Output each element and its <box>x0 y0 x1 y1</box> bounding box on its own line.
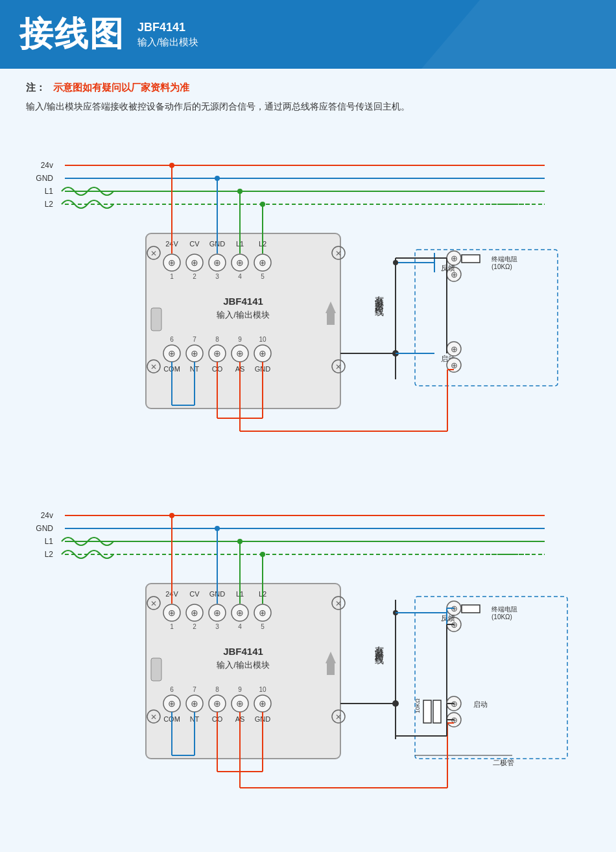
svg-point-186 <box>260 552 265 557</box>
svg-text:二极管: 二极管 <box>493 759 514 766</box>
svg-rect-219 <box>433 700 441 723</box>
svg-text:5: 5 <box>261 623 265 630</box>
svg-text:1: 1 <box>170 273 174 280</box>
svg-text:24v: 24v <box>41 161 53 170</box>
svg-text:GND: GND <box>36 174 53 183</box>
svg-text:有源输出不检线: 有源输出不检线 <box>374 289 385 316</box>
svg-rect-198 <box>415 597 567 759</box>
svg-text:9: 9 <box>238 336 242 343</box>
svg-text:L2: L2 <box>45 550 54 559</box>
svg-text:终端电阻: 终端电阻 <box>492 606 517 613</box>
svg-text:⊕: ⊕ <box>259 698 267 709</box>
page-title: 接线图 <box>19 12 124 57</box>
svg-text:⊕: ⊕ <box>213 348 221 359</box>
svg-text:⊕: ⊕ <box>213 608 221 618</box>
svg-rect-201 <box>462 605 480 613</box>
svg-text:⊕: ⊕ <box>191 698 198 709</box>
svg-text:10KΩ: 10KΩ <box>414 698 421 713</box>
svg-text:10: 10 <box>259 686 267 693</box>
svg-text:⊕: ⊕ <box>236 348 244 359</box>
svg-text:JBF4141: JBF4141 <box>223 646 263 657</box>
svg-text:输入/输出模块: 输入/输出模块 <box>217 310 270 320</box>
svg-text:⊕: ⊕ <box>168 698 176 709</box>
svg-text:⊕: ⊕ <box>168 608 176 618</box>
svg-text:✕: ✕ <box>335 362 342 372</box>
diagram2-svg: 24v GND L1 L2 24V CV GND L1 L2 ⊕ ⊕ <box>26 483 590 833</box>
svg-text:反馈: 反馈 <box>441 614 455 622</box>
svg-text:✕: ✕ <box>335 249 342 258</box>
svg-text:⊕: ⊕ <box>191 348 198 359</box>
svg-text:⊕: ⊕ <box>236 698 244 709</box>
svg-point-112 <box>393 260 398 265</box>
diagram2-container: 24v GND L1 L2 24V CV GND L1 L2 ⊕ ⊕ <box>26 477 590 840</box>
note-text: 示意图如有疑问以厂家资料为准 <box>53 82 189 93</box>
svg-text:(10KΩ): (10KΩ) <box>492 263 512 270</box>
svg-text:2: 2 <box>193 623 196 630</box>
svg-text:✕: ✕ <box>335 713 342 722</box>
svg-point-67 <box>169 163 174 168</box>
svg-text:6: 6 <box>170 686 174 693</box>
svg-text:⊕: ⊕ <box>259 257 267 268</box>
svg-rect-92 <box>462 255 480 263</box>
svg-point-72 <box>237 189 243 194</box>
svg-text:有源输出检线: 有源输出检线 <box>374 639 385 665</box>
svg-text:10: 10 <box>259 336 267 343</box>
svg-rect-152 <box>151 658 161 681</box>
svg-rect-154 <box>327 663 335 675</box>
svg-text:7: 7 <box>193 336 196 343</box>
svg-text:L2: L2 <box>45 200 54 209</box>
svg-text:⊕: ⊕ <box>451 254 458 263</box>
svg-text:2: 2 <box>193 273 196 280</box>
module-name: 输入/输出模块 <box>137 36 198 49</box>
svg-text:8: 8 <box>215 336 219 343</box>
svg-text:7: 7 <box>193 686 196 693</box>
svg-text:⊕: ⊕ <box>259 348 267 359</box>
svg-text:输入/输出模块: 输入/输出模块 <box>217 660 270 670</box>
svg-text:⊕: ⊕ <box>213 257 221 268</box>
svg-text:⊕: ⊕ <box>213 698 221 709</box>
svg-text:24v: 24v <box>41 511 53 520</box>
svg-text:⊕: ⊕ <box>191 257 198 268</box>
svg-text:CV: CV <box>189 240 200 248</box>
svg-text:反馈: 反馈 <box>441 264 455 272</box>
svg-text:⊕: ⊕ <box>236 608 244 618</box>
svg-text:⊕: ⊕ <box>168 257 176 268</box>
svg-text:终端电阻: 终端电阻 <box>492 255 517 263</box>
note-line: 注： 示意图如有疑问以厂家资料为准 <box>26 82 590 94</box>
svg-text:CV: CV <box>189 590 200 598</box>
svg-text:4: 4 <box>238 273 242 280</box>
svg-text:9: 9 <box>238 686 242 693</box>
svg-rect-87 <box>415 250 558 386</box>
svg-point-70 <box>215 176 220 181</box>
svg-point-196 <box>392 700 399 707</box>
diagram1-svg: 24v GND L1 L2 24V CV GND L1 L2 ⊕ ⊕ <box>26 133 590 470</box>
svg-text:✕: ✕ <box>150 599 157 608</box>
svg-text:✕: ✕ <box>335 599 342 608</box>
svg-text:L1: L1 <box>45 537 54 546</box>
svg-text:L1: L1 <box>45 187 54 196</box>
svg-point-184 <box>237 539 243 544</box>
svg-text:✕: ✕ <box>150 362 157 372</box>
model-number: JBF4141 <box>137 21 198 34</box>
diagram1-container: 24v GND L1 L2 24V CV GND L1 L2 ⊕ ⊕ <box>26 126 590 477</box>
header-subtitle: JBF4141 输入/输出模块 <box>137 21 198 49</box>
page-header: 接线图 JBF4141 输入/输出模块 <box>0 0 616 69</box>
svg-text:⊕: ⊕ <box>451 361 458 370</box>
svg-text:⊕: ⊕ <box>451 344 458 354</box>
svg-text:3: 3 <box>215 623 219 630</box>
svg-text:1: 1 <box>170 623 174 630</box>
svg-text:JBF4141: JBF4141 <box>223 296 263 307</box>
svg-text:GND: GND <box>36 524 53 533</box>
note-label: 注： <box>26 82 45 93</box>
svg-rect-217 <box>423 700 431 723</box>
svg-point-180 <box>169 513 174 518</box>
svg-text:启动: 启动 <box>473 700 488 708</box>
svg-text:4: 4 <box>238 623 242 630</box>
svg-text:✕: ✕ <box>150 713 157 722</box>
description-text: 输入/输出模块应答端接收被控设备动作后的无源闭合信号，通过两总线将应答信号传送回… <box>26 99 590 115</box>
svg-point-182 <box>215 526 220 531</box>
svg-text:6: 6 <box>170 336 174 343</box>
svg-text:⊕: ⊕ <box>191 608 198 618</box>
content-area: 注： 示意图如有疑问以厂家资料为准 输入/输出模块应答端接收被控设备动作后的无源… <box>0 69 616 852</box>
svg-text:⊕: ⊕ <box>236 257 244 268</box>
